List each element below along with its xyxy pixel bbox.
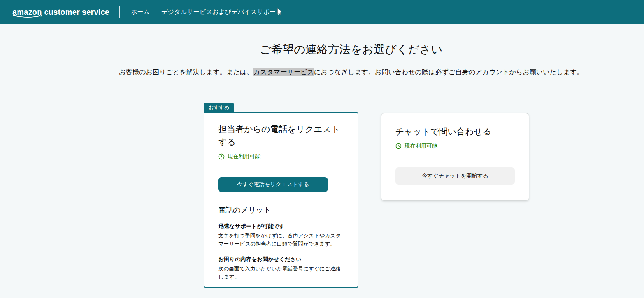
nav-home-link[interactable]: ホーム xyxy=(131,8,150,16)
benefit-heading: お困りの内容をお聞かせください xyxy=(218,256,344,263)
chat-availability-status: 現在利用可能 xyxy=(395,143,515,150)
phone-card: 担当者からの電話をリクエストする 現在利用可能 今すぐ電話をリクエストする 電話… xyxy=(204,112,358,288)
amazon-customer-service-logo[interactable]: amazon customer service xyxy=(12,8,109,17)
recommended-badge: おすすめ xyxy=(204,103,234,112)
clock-icon xyxy=(395,143,402,149)
header-nav: ホーム デジタルサービスおよびデバイスサポート xyxy=(131,8,282,16)
chat-card: チャットで問い合わせる 現在利用可能 今すぐチャットを開始する xyxy=(381,113,529,201)
phone-availability-status: 現在利用可能 xyxy=(218,153,344,160)
phone-benefits-title: 電話のメリット xyxy=(218,205,344,215)
chat-card-title: チャットで問い合わせる xyxy=(395,125,515,138)
hero-section: ご希望の連絡方法をお選びください お客様のお困りごとを解決します。または、カスタ… xyxy=(58,42,644,77)
nav-digital-support-link[interactable]: デジタルサービスおよびデバイスサポート xyxy=(161,8,282,16)
phone-card-title: 担当者からの電話をリクエストする xyxy=(218,123,344,148)
start-chat-button[interactable]: 今すぐチャットを開始する xyxy=(395,167,515,185)
benefit-body: 次の画面で入力いただいた電話番号にすぐにご連絡します。 xyxy=(218,265,342,281)
request-call-button[interactable]: 今すぐ電話をリクエストする xyxy=(218,177,328,192)
clock-icon xyxy=(218,153,225,160)
amazon-smile-icon xyxy=(13,14,43,19)
chat-availability-label: 現在利用可能 xyxy=(405,143,437,150)
subtitle-suffix: におつなぎします。お問い合わせの際は必ずご自身のアカウントからお願いいたします。 xyxy=(314,68,583,76)
header-bar: amazon customer service ホーム デジタルサービスおよびデ… xyxy=(0,0,644,24)
benefit-heading: 迅速なサポートが可能です xyxy=(218,223,344,230)
page-subtitle: お客様のお困りごとを解決します。または、カスタマーサービスにおつなぎします。お問… xyxy=(58,68,644,77)
page-title: ご希望の連絡方法をお選びください xyxy=(58,42,644,58)
header-divider xyxy=(119,6,120,18)
subtitle-prefix: お客様のお困りごとを解決します。または、 xyxy=(119,68,253,76)
phone-card-container: おすすめ 担当者からの電話をリクエストする 現在利用可能 今すぐ電話をリクエスト… xyxy=(204,102,358,288)
customer-service-highlight: カスタマーサービス xyxy=(253,68,314,76)
benefit-body: 文字を打つ手間をかけずに、音声アシストやカスタマーサービスの担当者に口頭で質問が… xyxy=(218,232,342,248)
phone-availability-label: 現在利用可能 xyxy=(228,153,260,160)
